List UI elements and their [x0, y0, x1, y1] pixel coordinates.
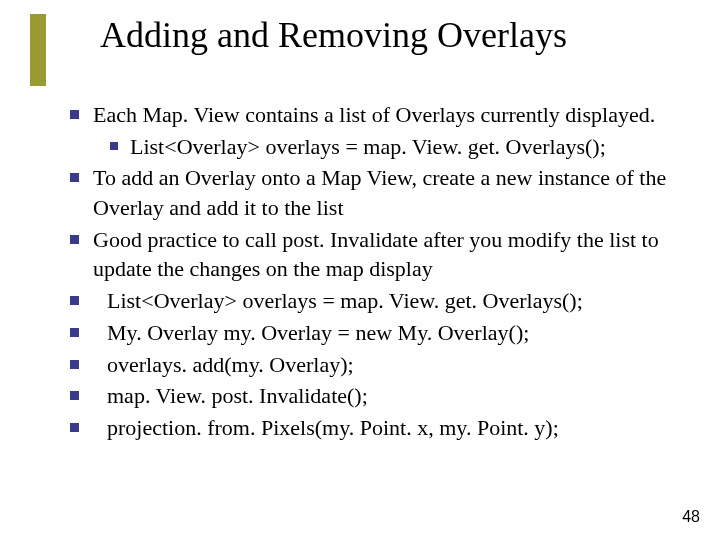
list-item: To add an Overlay onto a Map View, creat…: [70, 163, 680, 222]
list-item-text: Good practice to call post. Invalidate a…: [93, 225, 680, 284]
list-item-text: To add an Overlay onto a Map View, creat…: [93, 163, 680, 222]
sub-list-item-text: List<Overlay> overlays = map. View. get.…: [130, 132, 680, 162]
list-item: map. View. post. Invalidate();: [70, 381, 680, 411]
bullet-icon: [70, 173, 79, 182]
list-item: Each Map. View contains a list of Overla…: [70, 100, 680, 130]
accent-bar: [30, 14, 46, 86]
bullet-icon: [70, 296, 79, 305]
sub-list-item: List<Overlay> overlays = map. View. get.…: [110, 132, 680, 162]
page-number: 48: [682, 508, 700, 526]
bullet-icon: [70, 235, 79, 244]
list-item-text: Each Map. View contains a list of Overla…: [93, 100, 680, 130]
bullet-icon: [70, 423, 79, 432]
bullet-icon: [70, 110, 79, 119]
bullet-icon: [70, 328, 79, 337]
slide-body: Each Map. View contains a list of Overla…: [70, 100, 680, 445]
list-item-text: map. View. post. Invalidate();: [93, 381, 680, 411]
list-item-text: My. Overlay my. Overlay = new My. Overla…: [93, 318, 680, 348]
bullet-icon: [110, 142, 118, 150]
bullet-icon: [70, 391, 79, 400]
list-item: List<Overlay> overlays = map. View. get.…: [70, 286, 680, 316]
list-item-text: List<Overlay> overlays = map. View. get.…: [93, 286, 680, 316]
list-item: overlays. add(my. Overlay);: [70, 350, 680, 380]
list-item-text: overlays. add(my. Overlay);: [93, 350, 680, 380]
sub-list: List<Overlay> overlays = map. View. get.…: [110, 132, 680, 162]
list-item: projection. from. Pixels(my. Point. x, m…: [70, 413, 680, 443]
list-item: Good practice to call post. Invalidate a…: [70, 225, 680, 284]
list-item: My. Overlay my. Overlay = new My. Overla…: [70, 318, 680, 348]
bullet-icon: [70, 360, 79, 369]
slide: Adding and Removing Overlays Each Map. V…: [0, 0, 720, 540]
list-item-text: projection. from. Pixels(my. Point. x, m…: [93, 413, 680, 443]
slide-title: Adding and Removing Overlays: [100, 16, 567, 56]
